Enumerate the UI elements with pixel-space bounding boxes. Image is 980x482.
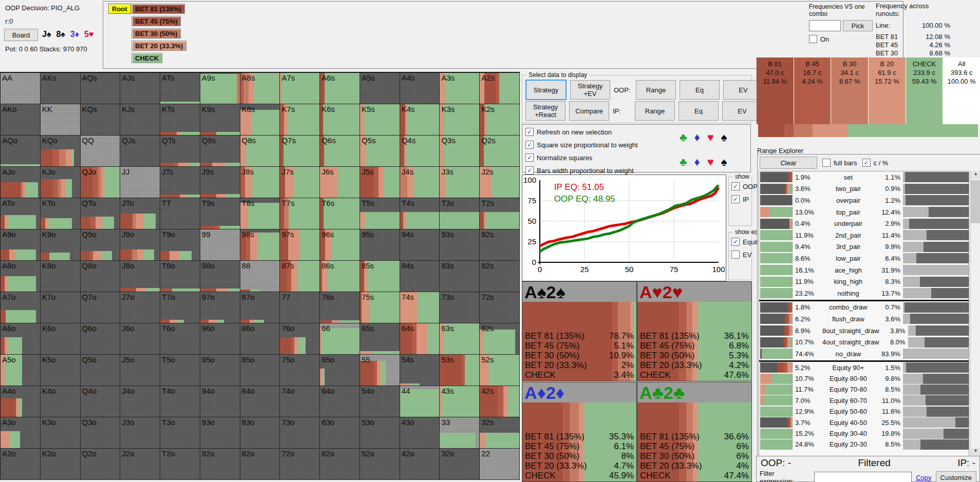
hand-cell-T2s[interactable]: T2s <box>480 198 520 229</box>
range-row-no_draw[interactable]: 74.4%no_draw83.9% <box>759 348 969 360</box>
hand-cell-ATo[interactable]: ATo <box>1 198 41 229</box>
hand-cell-93o[interactable]: 93o <box>200 417 240 449</box>
option-checkbox-3[interactable]: ✓ <box>525 166 534 175</box>
hand-cell-AQo[interactable]: AQo <box>1 136 41 167</box>
range-row-Equity-20-30[interactable]: 24.8%Equity 20-308.5% <box>759 439 969 450</box>
range-row-2nd_pair[interactable]: 11.9%2nd_pair11.4% <box>759 229 969 241</box>
hand-cell-T6s[interactable]: T6s <box>320 198 360 229</box>
suit-icon[interactable]: ♥ <box>707 131 714 144</box>
hand-cell-82s[interactable]: 82s <box>480 261 520 292</box>
hand-cell-A2s[interactable]: A2s <box>480 73 520 104</box>
hand-cell-74s[interactable]: 74s <box>400 292 440 323</box>
hand-cell-83s[interactable]: 83s <box>440 261 480 292</box>
range-row-Equity-90-[interactable]: 5.2%Equity 90+1.5% <box>759 362 969 373</box>
range-row-top_pair[interactable]: 13.0%top_pair12.4% <box>759 206 969 218</box>
hand-cell-53o[interactable]: 53o <box>360 417 400 449</box>
hand-cell-88[interactable]: 88 <box>240 261 280 292</box>
hand-cell-K9s[interactable]: K9s <box>200 104 240 136</box>
hand-cell-84s[interactable]: 84s <box>400 261 440 292</box>
hand-cell-Q3o[interactable]: Q3o <box>81 417 121 449</box>
on-checkbox[interactable] <box>809 35 817 43</box>
hand-cell-K5o[interactable]: K5o <box>41 355 81 386</box>
hand-cell-K2o[interactable]: K2o <box>41 449 81 480</box>
hand-cell-76s[interactable]: 76s <box>320 292 360 323</box>
hand-cell-JJ[interactable]: JJ <box>120 167 160 198</box>
hand-cell-J8o[interactable]: J8o <box>120 261 160 292</box>
show-equity-checkbox[interactable]: ✓ <box>731 238 740 246</box>
hand-cell-53s[interactable]: 53s <box>440 355 480 386</box>
hand-cell-K6s[interactable]: K6s <box>320 104 360 136</box>
scrollbar-thumb[interactable] <box>971 180 980 223</box>
hand-cell-Q5s[interactable]: Q5s <box>360 136 400 167</box>
hand-cell-AQs[interactable]: AQs <box>81 73 121 104</box>
hand-cell-J5o[interactable]: J5o <box>120 355 160 386</box>
compare-button[interactable]: Compare <box>569 101 609 121</box>
range-row-Equity-80-90[interactable]: 10.7%Equity 80-909.8% <box>759 373 969 384</box>
hand-cell-Q8s[interactable]: Q8s <box>240 136 280 167</box>
hand-cell-65o[interactable]: 65o <box>320 355 360 386</box>
hand-cell-J4o[interactable]: J4o <box>120 386 160 417</box>
hand-cell-K4o[interactable]: K4o <box>41 386 81 417</box>
range-row-overpair[interactable]: 0.0%overpair1.2% <box>759 195 969 206</box>
hand-cell-92s[interactable]: 92s <box>480 229 520 261</box>
hand-cell-T7o[interactable]: T7o <box>160 292 200 323</box>
hand-cell-44[interactable]: 44 <box>400 386 440 417</box>
hand-cell-KQo[interactable]: KQo <box>41 136 81 167</box>
tree-node-b81[interactable]: BET 81 (135%) <box>131 4 185 14</box>
suit-icon[interactable]: ♣ <box>680 156 687 169</box>
total-col-b20[interactable]: B 2061.9 c15.72 % <box>869 57 906 124</box>
hand-cell-J7o[interactable]: J7o <box>120 292 160 323</box>
hand-cell-64s[interactable]: 64s <box>400 323 440 355</box>
hand-cell-A2o[interactable]: A2o <box>1 449 41 480</box>
hand-cell-A9o[interactable]: A9o <box>1 229 41 261</box>
tree-node-b20[interactable]: BET 20 (33.3%) <box>131 41 186 51</box>
hand-cell-Q2s[interactable]: Q2s <box>480 136 520 167</box>
hand-cell-73s[interactable]: 73s <box>440 292 480 323</box>
range-row-flush_draw[interactable]: 6.2%flush_draw3.6% <box>759 313 969 325</box>
tree-node-chk[interactable]: CHECK <box>131 53 162 63</box>
hand-cell-JTo[interactable]: JTo <box>120 198 160 229</box>
filter-expression-input[interactable] <box>814 472 912 482</box>
scroll-up-icon[interactable]: ▲ <box>971 171 980 179</box>
board-button[interactable]: Board <box>4 29 38 41</box>
full-bars-checkbox[interactable] <box>822 159 831 167</box>
tree-node-b45[interactable]: BET 45 (75%) <box>131 16 181 26</box>
hand-cell-T3o[interactable]: T3o <box>160 417 200 449</box>
hand-cell-64o[interactable]: 64o <box>320 386 360 417</box>
hand-cell-73o[interactable]: 73o <box>280 417 320 449</box>
hand-cell-Q4s[interactable]: Q4s <box>400 136 440 167</box>
hand-cell-83o[interactable]: 83o <box>240 417 280 449</box>
hand-cell-Q9s[interactable]: Q9s <box>200 136 240 167</box>
hand-cell-T5s[interactable]: T5s <box>360 198 400 229</box>
suit-icon[interactable]: ♣ <box>680 131 687 144</box>
hand-cell-A7o[interactable]: A7o <box>1 292 41 323</box>
hand-cell-T3s[interactable]: T3s <box>440 198 480 229</box>
hand-cell-KJs[interactable]: KJs <box>120 104 160 136</box>
hand-cell-K7o[interactable]: K7o <box>41 292 81 323</box>
hand-cell-ATs[interactable]: ATs <box>160 73 200 104</box>
hand-cell-J6o[interactable]: J6o <box>120 323 160 355</box>
range-row-low_pair[interactable]: 8.6%low_pair6.4% <box>759 253 969 264</box>
range-row-Equity-70-80[interactable]: 11.7%Equity 70-808.5% <box>759 384 969 395</box>
hand-cell-62s[interactable]: 62s <box>480 323 520 355</box>
hand-cell-T9s[interactable]: T9s <box>200 198 240 229</box>
combo-panel-4[interactable]: A♣2♣BET 81 (135%)36.6%BET 45 (75%)6%BET … <box>637 382 752 482</box>
hand-cell-J8s[interactable]: J8s <box>240 167 280 198</box>
option-checkbox-1[interactable]: ✓ <box>525 141 534 149</box>
hand-cell-QTs[interactable]: QTs <box>160 136 200 167</box>
hand-cell-A4s[interactable]: A4s <box>400 73 440 104</box>
hand-cell-TT[interactable]: TT <box>160 198 200 229</box>
range-row-ace_high[interactable]: 16.1%ace_high31.9% <box>759 264 969 276</box>
hand-cell-Q2o[interactable]: Q2o <box>81 449 121 480</box>
hand-cell-J4s[interactable]: J4s <box>400 167 440 198</box>
ip-range-button[interactable]: Range <box>635 101 675 121</box>
hand-cell-Q8o[interactable]: Q8o <box>81 261 121 292</box>
hand-cell-K8o[interactable]: K8o <box>41 261 81 292</box>
oop-eq-button[interactable]: Eq <box>680 80 720 100</box>
hand-cell-75s[interactable]: 75s <box>360 292 400 323</box>
hand-cell-77[interactable]: 77 <box>280 292 320 323</box>
hand-cell-62o[interactable]: 62o <box>320 449 360 480</box>
range-row-nothing[interactable]: 23.2%nothing13.7% <box>759 287 969 299</box>
pick-button[interactable]: Pick <box>843 20 873 31</box>
hand-cell-A6o[interactable]: A6o <box>1 323 41 355</box>
